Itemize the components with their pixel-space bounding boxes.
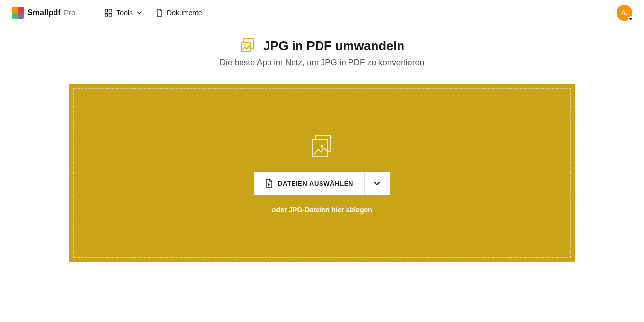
header-nav: Tools Dokumente	[105, 9, 202, 17]
nav-documents[interactable]: Dokumente	[156, 9, 202, 17]
dropzone[interactable]: DATEIEN AUSWÄHLEN oder JPG-Dateien hier …	[69, 84, 575, 262]
svg-rect-5	[241, 42, 251, 52]
svg-rect-3	[109, 13, 112, 16]
dropzone-inner: DATEIEN AUSWÄHLEN oder JPG-Dateien hier …	[73, 88, 571, 258]
grid-icon	[105, 9, 112, 17]
page-heading: JPG in PDF umwandeln	[240, 37, 404, 54]
svg-rect-1	[109, 9, 112, 12]
nav-documents-label: Dokumente	[167, 9, 202, 17]
avatar-initial: A.	[621, 9, 627, 16]
jpg-to-pdf-icon	[240, 37, 256, 54]
choose-files-button[interactable]: DATEIEN AUSWÄHLEN	[254, 172, 364, 195]
image-stack-icon	[308, 132, 336, 161]
caret-down-icon	[628, 16, 634, 22]
page-title: JPG in PDF umwandeln	[263, 38, 404, 53]
chevron-down-icon	[373, 179, 381, 187]
nav-tools[interactable]: Tools	[105, 9, 142, 17]
brand-suffix: Pro	[64, 8, 75, 17]
svg-rect-0	[105, 9, 108, 12]
dropzone-hint: oder JPG-Dateien hier ablegen	[272, 206, 372, 214]
brand-logo[interactable]: Smallpdf Pro	[12, 7, 75, 19]
svg-point-6	[243, 44, 245, 45]
document-icon	[156, 9, 163, 17]
page-subtitle: Die beste App im Netz, um JPG in PDF zu …	[220, 58, 425, 68]
nav-tools-label: Tools	[116, 9, 133, 17]
user-avatar[interactable]: A.	[617, 5, 632, 21]
main-content: JPG in PDF umwandeln Die beste App im Ne…	[0, 25, 644, 262]
brand-name: Smallpdf	[27, 8, 61, 17]
file-select-row: DATEIEN AUSWÄHLEN	[254, 172, 390, 195]
svg-rect-2	[105, 13, 108, 16]
choose-files-label: DATEIEN AUSWÄHLEN	[278, 180, 353, 187]
app-header: Smallpdf Pro Tools Dokumente	[0, 0, 644, 25]
logo-icon	[12, 7, 24, 19]
choose-files-dropdown[interactable]	[364, 172, 390, 195]
file-plus-icon	[265, 179, 273, 188]
chevron-down-icon	[136, 10, 142, 16]
